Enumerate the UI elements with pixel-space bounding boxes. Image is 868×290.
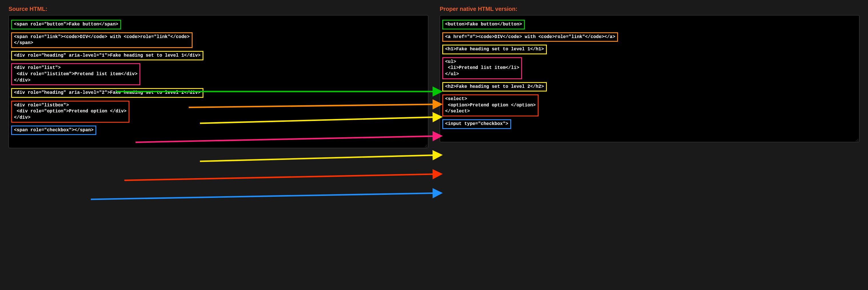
native-panel: <button>Fake button</button><a href="#">… [440,15,860,142]
code-row: <div role="heading" aria-level="1">Fake … [11,50,426,62]
right-code-snippet: <button>Fake button</button> [442,20,525,29]
code-row: <span role="button">Fake button</span> [11,18,426,31]
left-code-snippet: <div role="listbox"> <div role="option">… [11,101,129,123]
right-code-snippet: <h1>Fake heading set to level 1</h1> [442,45,547,54]
comparison-columns: Source HTML: <span role="button">Fake bu… [8,6,860,148]
left-code-snippet: <div role="list"> <div role="listitem">P… [11,63,140,85]
code-row: <span role="checkbox"></span> [11,124,426,137]
resize-handle-icon[interactable] [424,143,427,147]
right-code-snippet: <ul> <li>Pretend list item</li> </ul> [442,57,522,79]
left-code-snippet: <span role="checkbox"></span> [11,125,96,135]
right-code-snippet: <input type="checkbox"> [442,119,511,129]
right-code-snippet: <select> <option>Pretend option </option… [442,94,538,116]
code-row: <button>Fake button</button> [442,18,857,31]
source-column: Source HTML: <span role="button">Fake bu… [8,6,428,148]
code-row: <div role="list"> <div role="listitem">P… [11,62,426,87]
right-code-snippet: <h2>Fake heading set to level 2</h2> [442,82,547,92]
code-row: <h2>Fake heading set to level 2</h2> [442,81,857,93]
left-code-snippet: <div role="heading" aria-level="1">Fake … [11,51,204,61]
resize-handle-icon[interactable] [855,137,859,141]
left-code-snippet: <div role="heading" aria-level="2">Fake … [11,88,204,98]
code-row: <span role="link"><code>DIV</code> with … [11,31,426,50]
code-row: <input type="checkbox"> [442,118,857,130]
left-code-snippet: <span role="link"><code>DIV</code> with … [11,32,193,48]
source-title: Source HTML: [8,6,428,12]
code-row: <ul> <li>Pretend list item</li> </ul> [442,56,857,81]
code-row: <select> <option>Pretend option </option… [442,93,857,118]
native-title: Proper native HTML version: [440,6,860,12]
right-code-snippet: <a href="#"><code>DIV</code> with <code>… [442,32,618,42]
code-row: <div role="heading" aria-level="2">Fake … [11,87,426,99]
code-row: <h1>Fake heading set to level 1</h1> [442,43,857,56]
left-code-snippet: <span role="button">Fake button</span> [11,20,121,29]
native-column: Proper native HTML version: <button>Fake… [440,6,860,142]
source-panel: <span role="button">Fake button</span><s… [8,15,428,148]
code-row: <a href="#"><code>DIV</code> with <code>… [442,31,857,44]
code-row: <div role="listbox"> <div role="option">… [11,99,426,124]
